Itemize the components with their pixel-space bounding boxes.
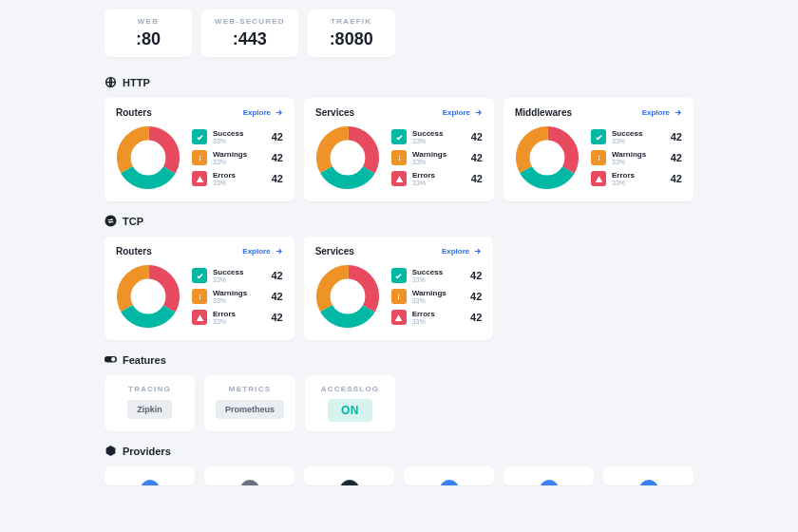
svg-point-25 xyxy=(398,294,400,295)
svg-rect-10 xyxy=(398,158,399,161)
entrypoint-name: TRAEFIK xyxy=(321,17,382,26)
provider-card[interactable] xyxy=(504,466,594,485)
svg-rect-15 xyxy=(598,158,598,161)
arrow-right-icon xyxy=(275,108,283,117)
arrow-right-icon xyxy=(275,247,283,256)
section-title: TCP xyxy=(123,216,143,227)
errors-row: Errors33%42 xyxy=(192,310,283,325)
card-title: Routers xyxy=(116,107,152,118)
explore-link[interactable]: Explore xyxy=(642,108,682,117)
alert-icon xyxy=(591,171,606,186)
svg-point-16 xyxy=(105,216,117,227)
services-card: Services Explore Success33%42 Warnings33… xyxy=(304,98,494,201)
warnings-row: Warnings33%42 xyxy=(591,150,682,165)
provider-card[interactable] xyxy=(603,466,694,485)
entrypoint-port: :8080 xyxy=(321,29,382,49)
success-row: Success33%42 xyxy=(591,129,682,144)
routers-card: Routers Explore Success33%42 Warnings33%… xyxy=(104,237,294,340)
warnings-row: Warnings33%42 xyxy=(391,150,483,165)
entrypoint-name: WEB-SECURED xyxy=(215,17,285,26)
donut-chart xyxy=(116,125,180,190)
card-title: Middlewares xyxy=(515,107,572,118)
card-title: Routers xyxy=(116,246,152,256)
donut-chart xyxy=(515,125,580,190)
warnings-row: Warnings33% 42 xyxy=(192,150,283,165)
check-icon xyxy=(192,129,207,144)
errors-row: Errors33%42 xyxy=(391,310,483,325)
success-row: Success33%42 xyxy=(391,268,483,283)
providers-row xyxy=(104,466,694,485)
success-row: Success33% 42 xyxy=(192,129,283,144)
feature-name: TRACING xyxy=(116,385,183,393)
tcp-section-header: TCP xyxy=(104,215,694,227)
check-icon xyxy=(591,129,606,144)
entrypoint-port: :80 xyxy=(118,29,179,49)
explore-link[interactable]: Explore xyxy=(443,108,483,117)
svg-rect-5 xyxy=(199,158,200,161)
feature-card-tracing: TRACING Zipkin xyxy=(104,375,195,431)
svg-point-20 xyxy=(199,294,200,295)
check-icon xyxy=(391,268,407,283)
arrow-right-icon xyxy=(473,247,482,256)
alert-icon xyxy=(391,171,407,186)
entrypoint-name: WEB xyxy=(118,17,179,26)
info-icon xyxy=(391,289,407,304)
section-title: Providers xyxy=(123,446,171,457)
globe-icon xyxy=(104,76,117,88)
alert-icon xyxy=(192,310,207,325)
http-cards-row: Routers Explore Success33% 42 xyxy=(104,98,694,201)
section-title: HTTP xyxy=(123,77,150,88)
alert-icon xyxy=(192,171,207,186)
entrypoints-row: WEB :80 WEB-SECURED :443 TRAEFIK :8080 xyxy=(104,10,694,57)
check-icon xyxy=(192,268,207,283)
services-card: Services Explore Success33%42 Warnings33… xyxy=(304,237,494,340)
info-icon xyxy=(192,150,207,165)
feature-name: ACCESSLOG xyxy=(316,385,384,393)
provider-card[interactable] xyxy=(204,466,294,485)
providers-section-header: Providers xyxy=(104,445,694,457)
feature-card-metrics: METRICS Prometheus xyxy=(204,375,295,431)
provider-card[interactable] xyxy=(404,466,494,485)
entrypoint-port: :443 xyxy=(215,29,285,49)
errors-row: Errors33%42 xyxy=(591,171,682,186)
feature-chip: ON xyxy=(328,399,372,422)
routers-card: Routers Explore Success33% 42 xyxy=(104,98,294,201)
svg-point-9 xyxy=(398,155,400,157)
errors-row: Errors33% 42 xyxy=(192,171,283,186)
card-title: Services xyxy=(315,107,354,118)
provider-card[interactable] xyxy=(304,466,394,485)
cube-icon xyxy=(104,445,117,457)
explore-link[interactable]: Explore xyxy=(442,247,482,256)
donut-chart xyxy=(116,264,180,329)
svg-point-14 xyxy=(598,155,599,157)
svg-point-28 xyxy=(111,357,115,361)
success-row: Success33%42 xyxy=(192,268,283,283)
donut-chart xyxy=(315,125,380,190)
info-icon xyxy=(591,150,606,165)
features-section-header: Features xyxy=(104,353,694,366)
http-section-header: HTTP xyxy=(104,76,694,88)
svg-point-4 xyxy=(199,155,200,157)
info-icon xyxy=(391,150,407,165)
entrypoint-card: TRAEFIK :8080 xyxy=(308,10,395,57)
provider-card[interactable] xyxy=(104,466,195,485)
svg-rect-21 xyxy=(199,296,200,299)
donut-chart xyxy=(315,264,380,329)
toggle-icon xyxy=(104,353,117,366)
explore-link[interactable]: Explore xyxy=(243,108,283,117)
alert-icon xyxy=(391,310,407,325)
feature-chip: Prometheus xyxy=(216,400,284,419)
warnings-row: Warnings33%42 xyxy=(391,289,483,304)
feature-name: METRICS xyxy=(216,385,284,393)
svg-rect-26 xyxy=(398,296,399,299)
errors-row: Errors33%42 xyxy=(391,171,483,186)
tcp-cards-row: Routers Explore Success33%42 Warnings33%… xyxy=(104,237,694,340)
arrow-right-icon xyxy=(674,108,682,117)
swap-icon xyxy=(104,215,117,227)
card-title: Services xyxy=(315,246,354,256)
explore-link[interactable]: Explore xyxy=(242,247,282,256)
feature-card-accesslog: ACCESSLOG ON xyxy=(305,375,395,431)
features-row: TRACING Zipkin METRICS Prometheus ACCESS… xyxy=(104,375,694,431)
section-title: Features xyxy=(123,354,166,366)
entrypoint-card: WEB-SECURED :443 xyxy=(201,10,298,57)
